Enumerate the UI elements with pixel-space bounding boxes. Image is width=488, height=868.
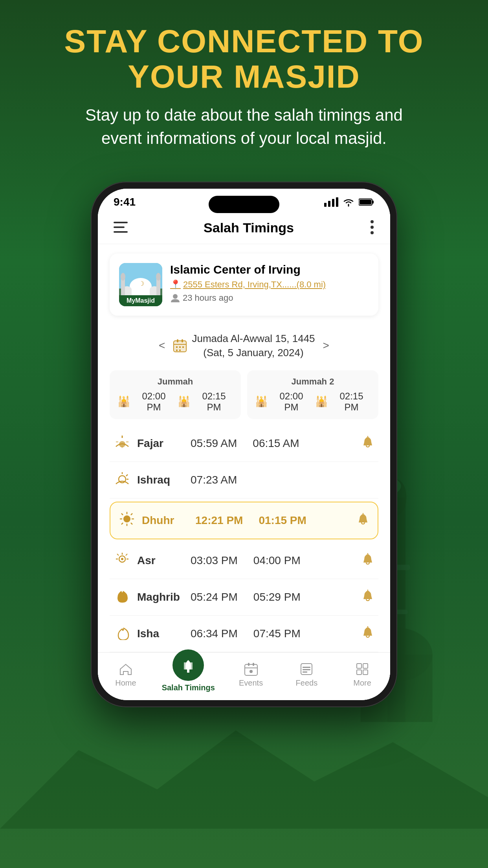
- svg-rect-86: [357, 670, 361, 675]
- fajar-bell-icon[interactable]: [361, 435, 374, 451]
- feeds-icon: [299, 662, 314, 676]
- dhuhr-iqama-time: 01:15 PM: [259, 514, 306, 527]
- svg-rect-6: [324, 203, 327, 207]
- svg-rect-83: [303, 671, 307, 673]
- mosque-icon: [181, 658, 196, 673]
- jummah-1-label: Jummah: [117, 377, 233, 387]
- prayer-row-dhuhr[interactable]: Dhuhr12:21 PM01:15 PM: [110, 502, 378, 539]
- more-dots-icon: [370, 220, 374, 234]
- nav-more-label: More: [353, 679, 371, 688]
- isha-iqama-time: 07:45 PM: [253, 627, 301, 640]
- fajar-times: 05:59 AM06:15 AM: [191, 437, 355, 450]
- svg-rect-37: [174, 344, 186, 345]
- hamburger-icon: [114, 222, 128, 233]
- svg-line-51: [126, 474, 128, 476]
- svg-rect-76: [248, 663, 250, 666]
- svg-rect-13: [114, 222, 128, 223]
- battery-icon: [359, 198, 374, 206]
- svg-point-79: [250, 670, 253, 673]
- svg-point-32: [173, 294, 178, 299]
- isha-azan-time: 06:34 PM: [191, 627, 238, 640]
- nav-feeds[interactable]: Feeds: [287, 662, 326, 688]
- nav-salah-icon-active: [172, 649, 204, 681]
- svg-rect-12: [360, 200, 371, 204]
- svg-rect-74: [190, 662, 193, 669]
- svg-rect-15: [114, 231, 128, 233]
- prayer-row-maghrib[interactable]: Maghrib05:24 PM05:29 PM: [110, 579, 378, 616]
- hamburger-button[interactable]: [114, 222, 128, 234]
- asr-prayer-icon: [114, 551, 131, 570]
- asr-azan-time: 03:03 PM: [191, 554, 238, 567]
- prayer-row-asr[interactable]: Asr03:03 PM04:00 PM: [110, 542, 378, 579]
- svg-rect-9: [336, 197, 338, 207]
- svg-text:☽: ☽: [139, 280, 144, 287]
- maghrib-iqama-time: 05:29 PM: [253, 591, 301, 603]
- svg-rect-78: [245, 668, 257, 668]
- svg-rect-36: [182, 339, 183, 342]
- masjid-badge: MyMasjid: [119, 295, 162, 306]
- fajar-prayer-icon: [114, 434, 131, 453]
- dhuhr-name: Dhuhr: [142, 514, 189, 527]
- asr-name: Asr: [137, 554, 184, 567]
- svg-point-28: [121, 273, 125, 281]
- isha-bell-icon[interactable]: [361, 625, 374, 642]
- nav-more[interactable]: More: [343, 662, 382, 688]
- svg-rect-14: [114, 226, 125, 228]
- nav-events-label: Events: [239, 679, 263, 688]
- nav-salah[interactable]: Salah Timings: [162, 657, 215, 692]
- svg-rect-40: [182, 346, 184, 348]
- svg-line-59: [131, 523, 132, 524]
- prev-date-button[interactable]: <: [159, 339, 165, 352]
- bottom-nav: Home Salah Timings: [98, 652, 390, 700]
- prayer-row-ishraq[interactable]: Ishraq07:23 AM: [110, 462, 378, 498]
- status-time: 9:41: [114, 196, 136, 208]
- jummah-2-iqama: 02:00 PM: [272, 391, 310, 413]
- jummah-1-iqama: 02:00 PM: [135, 391, 173, 413]
- page-headline: STAY CONNECTED TO YOUR MASJID: [31, 24, 457, 94]
- wifi-icon: [342, 197, 355, 207]
- maghrib-times: 05:24 PM05:29 PM: [191, 591, 355, 603]
- jummah-1-times: 🕌 02:00 PM 🕌 02:15 PM: [117, 391, 233, 413]
- maghrib-prayer-icon: [114, 588, 131, 607]
- svg-rect-35: [177, 339, 178, 342]
- nav-feeds-label: Feeds: [296, 679, 318, 688]
- masjid-address[interactable]: 📍 2555 Esters Rd, Irving,TX......(8.0 mi…: [170, 280, 369, 290]
- next-date-button[interactable]: >: [323, 339, 329, 352]
- svg-rect-81: [303, 667, 310, 668]
- nav-events[interactable]: Events: [231, 662, 271, 688]
- svg-rect-85: [363, 664, 368, 668]
- svg-rect-8: [332, 199, 334, 207]
- prayer-row-isha[interactable]: Isha06:34 PM07:45 PM: [110, 616, 378, 652]
- maghrib-bell-icon[interactable]: [361, 589, 374, 605]
- jummah-2-times: 🕌 02:00 PM 🕌 02:15 PM: [255, 391, 371, 413]
- dhuhr-bell-icon[interactable]: [356, 512, 370, 528]
- maghrib-azan-time: 05:24 PM: [191, 591, 238, 603]
- svg-line-68: [117, 554, 119, 555]
- dhuhr-azan-time: 12:21 PM: [195, 514, 243, 527]
- top-nav: Salah Timings: [98, 212, 390, 244]
- masjid-card[interactable]: ☽ MyMasjid Islamic Center of Irving 📍 25…: [110, 254, 378, 316]
- user-icon: [170, 293, 180, 303]
- dynamic-island: [209, 196, 279, 213]
- svg-point-18: [371, 231, 374, 234]
- svg-rect-38: [176, 346, 178, 348]
- asr-bell-icon[interactable]: [361, 552, 374, 568]
- svg-point-17: [371, 226, 374, 229]
- prayer-row-fajar[interactable]: Fajar05:59 AM06:15 AM: [110, 425, 378, 462]
- svg-point-30: [156, 273, 161, 281]
- events-icon: [244, 662, 258, 676]
- svg-rect-87: [363, 670, 368, 675]
- masjid-name: Islamic Center of Irving: [170, 263, 369, 276]
- nav-home[interactable]: Home: [106, 662, 145, 688]
- home-icon: [119, 662, 133, 676]
- svg-point-53: [123, 515, 130, 522]
- asr-times: 03:03 PM04:00 PM: [191, 554, 355, 567]
- jummah-row: Jummah 🕌 02:00 PM 🕌 02:15 PM Jummah 2: [110, 370, 378, 419]
- isha-times: 06:34 PM07:45 PM: [191, 627, 355, 640]
- ishraq-name: Ishraq: [137, 474, 184, 486]
- jummah-card-1[interactable]: Jummah 🕌 02:00 PM 🕌 02:15 PM: [110, 370, 241, 419]
- svg-point-16: [371, 220, 374, 223]
- jummah-card-2[interactable]: Jummah 2 🕌 02:00 PM 🕌 02:15 PM: [247, 370, 378, 419]
- maghrib-name: Maghrib: [137, 591, 184, 603]
- more-options-button[interactable]: [370, 220, 374, 236]
